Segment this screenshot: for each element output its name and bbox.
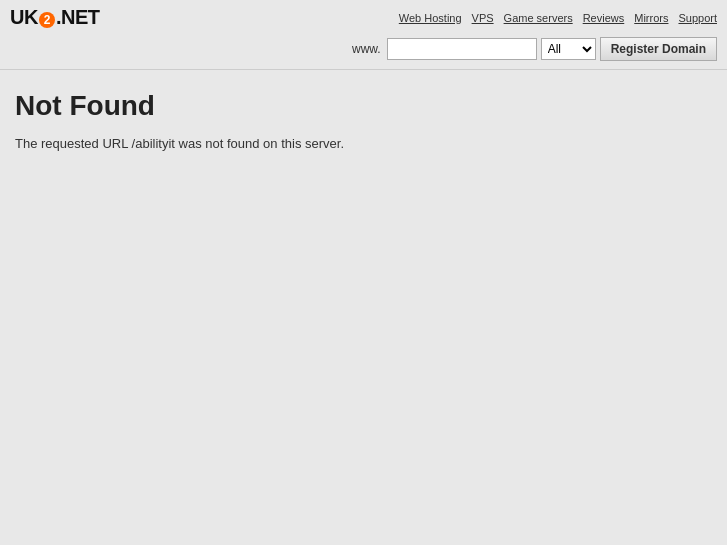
nav-web-hosting[interactable]: Web Hosting: [399, 12, 462, 24]
main-content: Not Found The requested URL /abilityit w…: [0, 70, 727, 171]
nav-support[interactable]: Support: [678, 12, 717, 24]
www-label: www.: [352, 42, 381, 56]
not-found-title: Not Found: [15, 90, 712, 122]
logo-net: .NET: [56, 6, 100, 28]
register-domain-button[interactable]: Register Domain: [600, 37, 717, 61]
not-found-message: The requested URL /abilityit was not fou…: [15, 136, 712, 151]
logo-uk: UK: [10, 6, 38, 28]
nav-vps[interactable]: VPS: [472, 12, 494, 24]
tld-select[interactable]: All .co.uk .com .net .org .info: [541, 38, 596, 60]
nav-links: Web Hosting VPS Game servers Reviews Mir…: [399, 12, 717, 24]
logo-number: 2: [39, 12, 55, 28]
domain-input[interactable]: [387, 38, 537, 60]
domain-bar: www. All .co.uk .com .net .org .info Reg…: [0, 33, 727, 69]
nav-reviews[interactable]: Reviews: [583, 12, 625, 24]
logo: UK2.NET: [10, 6, 99, 29]
header: UK2.NET Web Hosting VPS Game servers Rev…: [0, 0, 727, 33]
nav-mirrors[interactable]: Mirrors: [634, 12, 668, 24]
nav-game-servers[interactable]: Game servers: [504, 12, 573, 24]
